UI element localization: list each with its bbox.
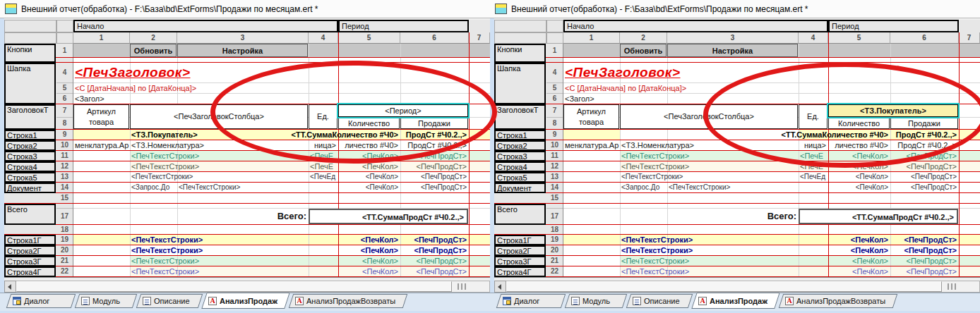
column-number[interactable]: 3: [667, 32, 799, 44]
grid-cell[interactable]: <ПечТекстСтроки>: [130, 151, 308, 161]
grid-cell[interactable]: <ПечТекстСтроки>: [620, 161, 798, 171]
row-number[interactable]: [56, 204, 73, 209]
scroll-left-button[interactable]: [494, 281, 506, 293]
row-number[interactable]: 21: [546, 256, 563, 266]
grid-cell[interactable]: <ПечТекстСтроки>: [620, 235, 798, 245]
row-number[interactable]: 13: [56, 172, 73, 183]
grid-cell[interactable]: <ПечКол>: [828, 235, 890, 245]
grid-cell[interactable]: <ТТ.СуммаПродСт #Ч0.2.,>: [309, 209, 468, 224]
grid-cell[interactable]: <ПечКол>: [338, 245, 400, 255]
row-number[interactable]: 12: [56, 161, 73, 172]
grid-cell[interactable]: <ПечЕ: [799, 161, 827, 171]
resize-grip-icon[interactable]: [458, 283, 467, 290]
row-number[interactable]: 1: [56, 44, 73, 58]
tab-АнализПродаж[interactable]: АнализПродаж: [691, 293, 779, 309]
grid-cell[interactable]: Количество: [828, 118, 890, 129]
grid-cell[interactable]: <ПечКол>: [828, 161, 890, 171]
section-label[interactable]: Строка3Г: [4, 256, 56, 266]
row-number[interactable]: 10: [56, 140, 73, 151]
row-number[interactable]: 4: [56, 63, 73, 83]
section-label[interactable]: Строка1Г: [494, 235, 546, 245]
grid-cell[interactable]: <ПечКол>: [338, 256, 400, 266]
grid-cell[interactable]: <ПечПродСт>: [890, 151, 958, 161]
grid-cell[interactable]: <ПечПродСт>: [400, 256, 468, 266]
column-number[interactable]: 6: [890, 32, 959, 44]
row-number[interactable]: 7: [546, 104, 563, 118]
grid-cell[interactable]: Всего:: [620, 209, 798, 224]
window-titlebar[interactable]: Внешний отчет(обработка) - F:\База\bd\Ex…: [490, 0, 980, 18]
hscrollbar-thumb[interactable]: [16, 281, 452, 292]
template-button[interactable]: Настройка: [177, 44, 308, 57]
tab-Модуль[interactable]: Модуль: [565, 294, 627, 308]
column-number[interactable]: 1: [73, 32, 130, 44]
column-number[interactable]: 5: [338, 32, 400, 44]
section-label[interactable]: Кнопки: [494, 44, 546, 63]
grid-cell[interactable]: <ПечТекстСтроки>: [130, 256, 308, 266]
column-number[interactable]: 2: [130, 32, 177, 44]
grid-cell[interactable]: <ПечПродСт>: [890, 266, 958, 276]
section-label[interactable]: Шапка: [494, 63, 546, 104]
section-label[interactable]: Строка1: [494, 130, 546, 140]
tab-АнализПродажВозвраты[interactable]: АнализПродажВозвраты: [779, 294, 897, 308]
tab-АнализПродажВозвраты[interactable]: АнализПродажВозвраты: [289, 294, 407, 308]
grid-cell[interactable]: <ПечПродСт>: [400, 161, 468, 171]
grid-cell[interactable]: <ПечЗаголовок>: [563, 63, 798, 82]
row-number[interactable]: 10: [546, 140, 563, 151]
row-number[interactable]: [546, 204, 563, 209]
column-number[interactable]: 7: [469, 32, 490, 44]
column-number[interactable]: 6: [400, 32, 469, 44]
column-number[interactable]: 3: [177, 32, 309, 44]
grid-cell[interactable]: Количество: [338, 118, 400, 129]
column-number[interactable]: 4: [309, 32, 338, 44]
grid-cell[interactable]: <ПечТекстСтроки>: [620, 172, 798, 182]
scroll-left-button[interactable]: [4, 281, 16, 293]
grid-cell[interactable]: <ПечЗаголовокСтолбца>: [130, 104, 308, 129]
row-number[interactable]: 12: [546, 161, 563, 172]
row-number[interactable]: 1: [546, 44, 563, 58]
row-number[interactable]: 11: [56, 151, 73, 161]
row-number[interactable]: 18: [546, 225, 563, 235]
grid-cell[interactable]: <ПечЕ: [309, 161, 337, 171]
grid-cell[interactable]: <С [ДатаНачала] по [ДатаКонца]>: [73, 83, 308, 93]
column-section-header[interactable]: Период: [338, 20, 469, 32]
row-number[interactable]: 6: [546, 94, 563, 104]
grid-cell[interactable]: <ПечКол>: [338, 183, 400, 192]
tab-АнализПродаж[interactable]: АнализПродаж: [201, 293, 289, 309]
grid-cell[interactable]: ПродСт #Ч0.2.,>: [400, 140, 468, 150]
grid-cell[interactable]: <ПечТекстСтроки>: [130, 235, 308, 245]
row-number[interactable]: 21: [56, 256, 73, 266]
grid-cell[interactable]: <ПечКол>: [828, 266, 890, 276]
grid-cell[interactable]: Артикул товара: [73, 104, 129, 129]
grid-cell[interactable]: <ПечКол>: [828, 151, 890, 161]
row-number[interactable]: 22: [546, 266, 563, 277]
section-label[interactable]: Строка4: [4, 161, 56, 172]
row-number[interactable]: 17: [56, 209, 73, 225]
hscrollbar-thumb[interactable]: [506, 281, 942, 292]
template-button[interactable]: Обновить: [130, 44, 177, 57]
grid-cell[interactable]: <ПечПродСт>: [400, 245, 468, 255]
grid-cell[interactable]: Артикул товара: [563, 104, 619, 129]
grid-cell[interactable]: <ПечПродСт>: [400, 235, 468, 245]
row-number[interactable]: 7: [56, 104, 73, 118]
grid-cell[interactable]: личество #Ч0>: [338, 140, 400, 150]
row-number[interactable]: 9: [56, 130, 73, 140]
grid-cell[interactable]: <ПечПродСт>: [890, 235, 958, 245]
tab-Модуль[interactable]: Модуль: [75, 294, 137, 308]
row-number[interactable]: 13: [546, 172, 563, 183]
grid-cell[interactable]: <ПечЕ: [799, 151, 827, 161]
grid-cell[interactable]: <ПечТекстСтроки>: [177, 183, 308, 192]
grid-cell[interactable]: менклатура.Ар: [563, 140, 619, 150]
section-label[interactable]: Строка3: [4, 151, 56, 161]
selected-cell[interactable]: <Период>: [338, 104, 468, 117]
grid-cell[interactable]: <ПечТекстСтроки>: [130, 161, 308, 171]
row-number[interactable]: 5: [546, 83, 563, 94]
grid-cell[interactable]: <ПечПродСт>: [400, 151, 468, 161]
section-label[interactable]: Кнопки: [4, 44, 56, 63]
grid-cell[interactable]: ПродСт #Ч0.2.,>: [400, 130, 468, 140]
grid-cell[interactable]: <Запрос.До: [130, 183, 177, 192]
section-label[interactable]: Строка3: [494, 151, 546, 161]
section-label[interactable]: Строка2Г: [4, 245, 56, 256]
grid-cell[interactable]: личество #Ч0>: [828, 140, 890, 150]
column-number[interactable]: 4: [799, 32, 828, 44]
grid-cell[interactable]: <ПечТекстСтроки>: [620, 256, 798, 266]
